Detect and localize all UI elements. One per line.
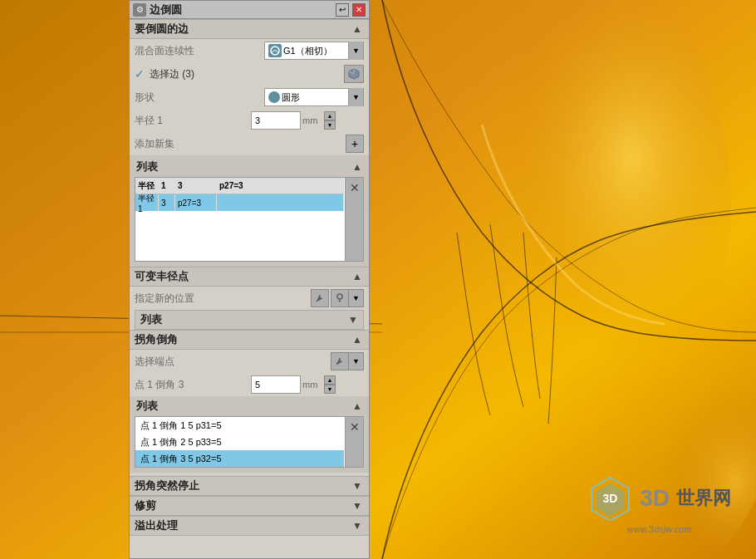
radius1-up[interactable]: ▲ [324, 111, 336, 120]
corner-stop-label: 拐角突然停止 [135, 478, 199, 493]
list2-label: 列表 [140, 312, 162, 327]
shape-value: 圆形 [282, 91, 346, 104]
list1-chevron: ▲ [352, 161, 362, 173]
list1-header-row: 半径 1 3 p27=3 [135, 178, 344, 194]
point1-up[interactable]: ▲ [324, 375, 336, 385]
select-endpoint-pick[interactable] [331, 352, 349, 370]
overflow-chevron: ▼ [351, 519, 364, 532]
variable-points-section-header[interactable]: 可变丰径点 ▲ [130, 267, 369, 287]
shape-dropdown[interactable]: 圆形 ▼ [264, 88, 364, 106]
list3-cell-1: 点 1 倒角 2 5 p33=5 [137, 436, 225, 449]
corner-fillet-chevron: ▲ [351, 333, 364, 346]
add-new-set-row: 添加新集 + [130, 132, 369, 155]
point1-fillet-row: 点 1 倒角 3 mm ▲ ▼ [130, 373, 369, 396]
list1-delete-button[interactable]: ✕ [345, 178, 363, 261]
list3-cell-2: 点 1 倒角 3 5 p32=5 [137, 453, 225, 465]
select-endpoint-label: 选择端点 [135, 355, 327, 369]
list1-empty-3 [135, 244, 344, 261]
list3-row-2[interactable]: 点 1 倒角 3 5 p32=5 [135, 450, 344, 467]
row0-r: 半径 1 [135, 194, 159, 211]
list1-row-0[interactable]: 半径 1 3 p27=3 [135, 194, 344, 211]
corner-stop-section-header[interactable]: 拐角突然停止 ▼ [130, 476, 369, 496]
list1-table-wrapper: 半径 1 3 p27=3 半径 1 3 p27=3 [135, 177, 364, 262]
col-p: 3 [175, 178, 217, 194]
radius1-input-group: mm ▲ ▼ [251, 111, 364, 130]
blend-continuity-label: 混合面连续性 [135, 44, 261, 58]
close-button[interactable]: ✕ [352, 3, 366, 17]
select-endpoint-buttons: ▼ [331, 352, 364, 370]
trim-section-header[interactable]: 修剪 ▼ [130, 496, 369, 516]
list1-label: 列表 [136, 159, 158, 174]
radius1-label: 半径 1 [135, 114, 248, 128]
list3-label: 列表 [136, 399, 158, 414]
shape-label: 形状 [135, 91, 261, 105]
watermark-logo: 3D [587, 475, 633, 521]
blend-icon [268, 44, 282, 57]
list1-table: 半径 1 3 p27=3 半径 1 3 p27=3 [135, 178, 344, 261]
corner-fillet-section-header[interactable]: 拐角倒角 ▲ [130, 330, 369, 350]
main-panel: ⚙ 边倒圆 ↩ ✕ 要倒圆的边 ▲ 混合面连续性 G1（相切） ▼ ✓ 选择边 … [129, 0, 370, 559]
specify-pos-label: 指定新的位置 [135, 292, 307, 306]
list3-header: 列表 ▲ [135, 396, 364, 416]
svg-text:3D: 3D [603, 492, 618, 505]
specify-pos-pick-button[interactable] [311, 289, 329, 307]
point1-fillet-field[interactable] [251, 375, 301, 394]
point1-fillet-unit: mm [302, 380, 322, 390]
point1-fillet-spinner: ▲ ▼ [324, 375, 336, 394]
watermark-url: www.3dsjw.com [627, 524, 692, 534]
add-new-set-button[interactable]: + [346, 135, 364, 153]
list2-header[interactable]: 列表 ▼ [135, 310, 364, 330]
fillet-edge-label: 要倒圆的边 [135, 22, 189, 37]
col-radius: 半径 [135, 178, 159, 194]
col-n: 1 [159, 178, 175, 194]
select-edge-row: ✓ 选择边 (3) [130, 62, 369, 86]
list1-header: 列表 ▲ [135, 157, 364, 177]
list2-row: 列表 ▼ [130, 310, 369, 330]
row0-rest [217, 194, 344, 211]
fillet-edge-section-header[interactable]: 要倒圆的边 ▲ [130, 19, 369, 39]
shape-arrow[interactable]: ▼ [348, 88, 363, 106]
list3-delete-button[interactable]: ✕ [345, 417, 363, 467]
radius1-row: 半径 1 mm ▲ ▼ [130, 109, 369, 132]
radius1-down[interactable]: ▼ [324, 120, 336, 130]
blend-continuity-dropdown[interactable]: G1（相切） ▼ [264, 42, 364, 60]
watermark-world-text: 世界网 [676, 486, 731, 511]
shape-row: 形状 圆形 ▼ [130, 86, 369, 109]
list1-empty-1 [135, 211, 344, 228]
specify-pos-dropdown[interactable]: ▼ [349, 289, 364, 307]
trim-chevron: ▼ [351, 499, 364, 512]
list1-empty-2 [135, 228, 344, 244]
cube-button[interactable] [344, 65, 364, 83]
corner-stop-chevron: ▼ [351, 479, 364, 493]
list3-section: 列表 ▲ 点 1 倒角 1 5 p31=5 点 1 倒角 2 5 p33=5 点… [130, 396, 369, 473]
point1-down[interactable]: ▼ [324, 385, 336, 394]
variable-points-label: 可变丰径点 [135, 269, 189, 284]
list3-row-1[interactable]: 点 1 倒角 2 5 p33=5 [135, 434, 344, 450]
row0-p: p27=3 [175, 194, 217, 211]
list3-table-wrapper: 点 1 倒角 1 5 p31=5 点 1 倒角 2 5 p33=5 点 1 倒角… [135, 416, 364, 468]
blend-continuity-row: 混合面连续性 G1（相切） ▼ [130, 39, 369, 62]
point1-fillet-input-group: mm ▲ ▼ [251, 375, 364, 394]
circle-icon [268, 91, 280, 103]
overflow-label: 溢出处理 [135, 518, 178, 533]
select-endpoint-dropdown[interactable]: ▼ [349, 352, 364, 370]
gear-icon: ⚙ [133, 3, 146, 17]
blend-continuity-value: G1（相切） [283, 45, 346, 57]
title-bar: ⚙ 边倒圆 ↩ ✕ [130, 1, 369, 19]
undo-button[interactable]: ↩ [336, 3, 349, 17]
specify-pos-row: 指定新的位置 ▼ [130, 287, 369, 310]
variable-points-chevron: ▲ [351, 270, 364, 283]
panel-body[interactable]: 要倒圆的边 ▲ 混合面连续性 G1（相切） ▼ ✓ 选择边 (3) [130, 19, 369, 558]
add-new-set-label: 添加新集 [135, 137, 342, 151]
list3-chevron: ▲ [352, 400, 362, 412]
radius1-field[interactable] [251, 111, 301, 130]
radius1-unit: mm [302, 115, 322, 125]
list3-row-0[interactable]: 点 1 倒角 1 5 p31=5 [135, 417, 344, 434]
specify-pos-extra-button[interactable] [331, 289, 349, 307]
watermark: 3D 3D 世界网 www.3dsjw.com [587, 475, 731, 534]
overflow-section-header[interactable]: 溢出处理 ▼ [130, 516, 369, 536]
list3-table: 点 1 倒角 1 5 p31=5 点 1 倒角 2 5 p33=5 点 1 倒角… [135, 417, 344, 467]
blend-continuity-arrow[interactable]: ▼ [348, 42, 363, 60]
panel-title: 边倒圆 [150, 2, 332, 17]
col-rest [258, 178, 344, 194]
